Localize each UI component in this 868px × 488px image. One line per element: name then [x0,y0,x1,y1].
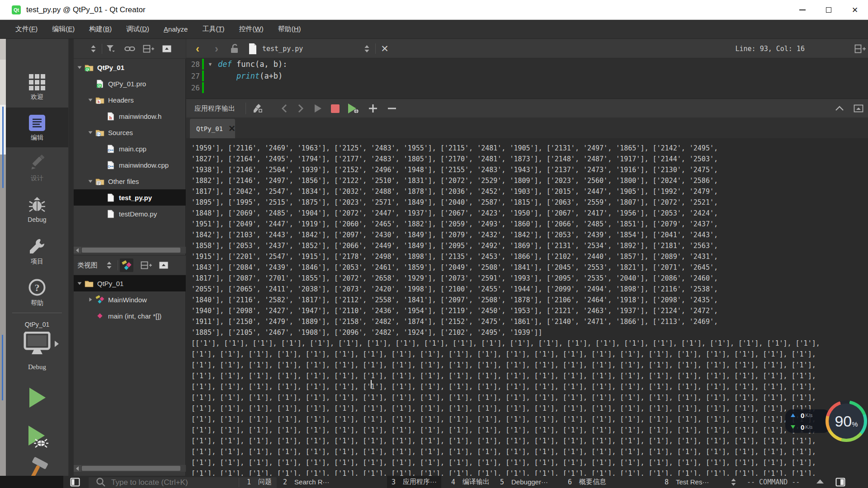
output-pane-button-8[interactable]: 8Test Res··· [660,476,713,488]
output-tab-close-icon[interactable]: ✕ [228,123,236,134]
project-tree-item-label: Headers [108,96,134,104]
caret-down-icon[interactable] [75,281,84,286]
project-tree-item[interactable]: C++mainwindow.cpp [74,157,186,173]
pane-selector-spinner[interactable] [86,42,100,56]
menu-item[interactable]: 调试(D) [119,22,156,36]
class-view-item[interactable]: QtPy_01 [74,275,186,291]
zoom-out-icon[interactable] [384,99,400,118]
code-editor[interactable]: 28▼def func(a, b):27 print(a+b)26 [186,58,868,99]
maximize-pane-icon[interactable] [851,99,866,118]
project-tree-item[interactable]: QtQtPy_01.pro [74,75,186,92]
menu-item[interactable]: 帮助(H) [271,22,308,36]
cv-close-pane-icon[interactable] [157,258,170,272]
class-view-item[interactable]: main (int, char *[]) [74,308,186,324]
maximize-button[interactable] [816,0,842,20]
class-view-selector[interactable]: 类视图 [77,261,98,270]
class-view-spinner[interactable] [102,258,116,272]
project-pane-toolbar [74,39,186,59]
scroll-thumb[interactable] [82,248,180,253]
cv-split-icon[interactable] [140,258,153,272]
run-button[interactable] [24,385,50,411]
open-document-title[interactable]: test_py.py [262,39,303,58]
output-pane-button-6[interactable]: 6概要信息 [563,476,611,488]
close-pane-icon[interactable] [160,42,174,56]
project-tree-item[interactable]: C+Sources [74,124,186,141]
forward-button[interactable]: › [210,39,223,58]
output-tab-qtpy01[interactable]: QtPy_01 ✕ [190,119,235,138]
class-view-item[interactable]: MainWindow [74,291,186,308]
output-pane-button-5[interactable]: 5Debugger··· [495,476,552,488]
debug-rerun-icon[interactable] [345,99,362,118]
file-cpp-icon: C++ [105,145,116,153]
scroll-left-icon[interactable] [74,247,81,253]
mode-help[interactable]: ?帮助 [6,273,68,313]
kit-selector-button[interactable] [22,332,52,358]
output-pane-button-4[interactable]: 4编译输出 [447,476,494,488]
speed-overlay-widget[interactable]: 0 K/s 0 K/s [785,409,830,433]
minimize-button[interactable] [789,0,816,20]
class-view-hscrollbar[interactable] [74,465,186,472]
menu-item[interactable]: Analyze [156,23,195,36]
next-item-icon[interactable] [294,99,307,118]
menu-item[interactable]: 文件(F) [8,22,45,36]
background-window-strip [0,39,6,476]
caret-down-icon[interactable] [86,97,94,103]
scroll-thumb[interactable] [82,466,180,471]
fold-marker-icon[interactable]: ▼ [206,61,214,67]
clear-output-icon[interactable] [250,99,266,118]
output-line: ['1'], ['1'], ['1'], ['1'], ['1'], ['1']… [191,468,868,476]
debug-run-button[interactable] [24,423,50,450]
toggle-sidebar-icon[interactable] [70,476,80,488]
rerun-icon[interactable] [311,99,325,118]
stop-icon[interactable] [328,99,342,118]
caret-right-icon[interactable] [86,297,94,302]
project-tree-item[interactable]: Other files [74,173,186,189]
link-with-editor-icon[interactable] [123,42,137,56]
output-pane-spinner[interactable] [731,476,736,488]
caret-down-icon[interactable] [86,130,94,135]
project-tree-item[interactable]: hmainwindow.h [74,108,186,124]
caret-down-icon[interactable] [75,65,84,70]
project-tree-item[interactable]: test_py.py [74,189,186,206]
back-button[interactable]: ‹ [191,39,204,58]
scroll-left-icon[interactable] [74,465,81,472]
editor-toolbar: ‹ › test_py.py ✕ Line: 93, Col: 16 [186,39,868,58]
mode-design[interactable]: 设计 [6,148,68,188]
collapse-pane-icon[interactable] [832,99,847,118]
filter-icon[interactable] [104,42,118,56]
project-tree-item[interactable]: QtQtPy_01 [74,59,186,75]
editor-split-icon[interactable] [854,39,867,58]
output-pane-button-1[interactable]: 1问题 [242,476,276,488]
output-line: ['1'], ['1'], ['1'], ['1'], ['1'], ['1']… [191,457,868,468]
expand-panel-icon[interactable] [816,479,824,483]
project-tree-item[interactable]: hHeaders [74,92,186,108]
pane-button-number: 3 [392,478,396,486]
percent-ring-widget[interactable]: 90 % [826,400,867,442]
kit-flyout-arrow-icon[interactable] [55,341,59,347]
project-tree-item[interactable]: C++main.cpp [74,141,186,157]
output-pane-button-3[interactable]: 3应用程序··· [387,476,441,488]
menu-item[interactable]: 控件(W) [232,22,271,36]
mode-welcome[interactable]: 欢迎 [6,67,68,107]
zoom-in-icon[interactable] [365,99,381,118]
mode-projects[interactable]: 项目 [6,231,68,271]
mode-edit[interactable]: 编辑 [6,108,68,147]
project-tree-hscrollbar[interactable] [74,247,186,253]
vcs-change-bar [202,59,204,70]
caret-down-icon[interactable] [86,178,94,184]
menu-item[interactable]: 工具(T) [195,22,231,36]
class-hierarchy-icon[interactable] [120,258,133,272]
split-pane-icon[interactable] [142,42,156,56]
close-document-button[interactable]: ✕ [378,39,392,58]
document-dropdown-spinner[interactable] [361,39,373,58]
menu-item[interactable]: 构建(B) [82,22,119,36]
mode-label: Debug [6,216,68,223]
menu-item[interactable]: 编辑(E) [45,22,82,36]
mode-debug[interactable]: Debug [6,190,68,230]
prev-item-icon[interactable] [278,99,291,118]
application-output-text[interactable]: '1959'], ['2116', '2469', '1963'], ['212… [186,138,868,476]
toggle-right-panel-icon[interactable] [835,476,845,488]
output-pane-button-2[interactable]: 2Search R··· [278,476,334,488]
close-button[interactable]: ✕ [842,0,868,20]
project-tree-item[interactable]: testDemo.py [74,206,186,222]
